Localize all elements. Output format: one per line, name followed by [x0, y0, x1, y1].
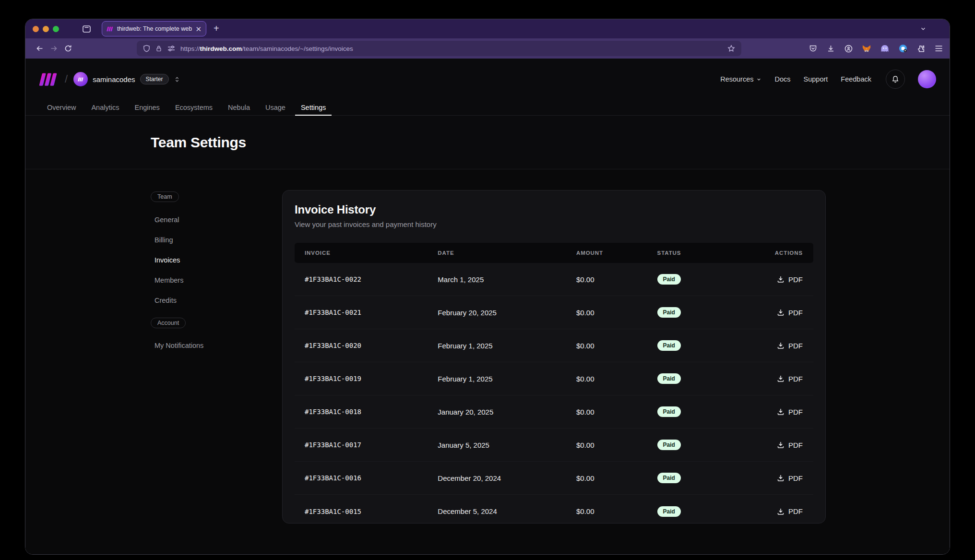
phantom-icon[interactable] [880, 45, 889, 53]
invoice-date: January 5, 2025 [438, 441, 576, 449]
column-header-actions: ACTIONS [750, 250, 813, 256]
table-row: #1F33BA1C-0017 January 5, 2025 $0.00 Pai… [295, 429, 813, 462]
invoice-date: February 1, 2025 [438, 375, 576, 383]
thirdweb-dashboard-page: / saminacodes Starter Resources [25, 59, 950, 554]
url-text: https://thirdweb.com/team/saminacodes/~/… [180, 45, 722, 52]
status-badge: Paid [657, 506, 681, 517]
tab-close-icon[interactable]: ✕ [195, 25, 202, 33]
table-row: #1F33BA1C-0015 December 5, 2024 $0.00 Pa… [295, 495, 813, 524]
breadcrumb-separator: / [65, 73, 68, 85]
settings-content: Team General Billing Invoices Members Cr… [25, 169, 950, 554]
status-badge: Paid [657, 406, 681, 417]
extension-toolbar [809, 44, 943, 53]
invoice-amount: $0.00 [576, 441, 657, 449]
card-title: Invoice History [295, 203, 813, 216]
tab-analytics[interactable]: Analytics [91, 100, 119, 115]
tab-ecosystems[interactable]: Ecosystems [175, 100, 213, 115]
downloads-icon[interactable] [827, 45, 835, 52]
forward-icon[interactable] [47, 45, 61, 52]
invoice-history-card: Invoice History View your past invoices … [282, 190, 826, 524]
reload-icon[interactable] [61, 45, 75, 52]
menu-hamburger-icon[interactable] [935, 45, 943, 52]
team-switcher-chevrons-icon [174, 76, 180, 83]
invoice-id: #1F33BA1C-0022 [295, 275, 438, 283]
download-icon [777, 508, 785, 515]
thirdweb-logo[interactable] [39, 73, 59, 86]
browser-tab[interactable]: thirdweb: The complete web3 d ✕ [102, 21, 206, 36]
sidebar-section-account: Account [151, 318, 186, 328]
tab-settings[interactable]: Settings [301, 100, 326, 115]
dashboard-nav-tabs: Overview Analytics Engines Ecosystems Ne… [25, 100, 950, 116]
sidebar-item-general[interactable]: General [151, 210, 251, 230]
team-avatar [73, 72, 88, 86]
sidebar-item-invoices[interactable]: Invoices [151, 250, 251, 270]
sidebar-item-members[interactable]: Members [151, 270, 251, 290]
download-pdf-button[interactable]: PDF [750, 408, 803, 416]
invoice-amount: $0.00 [576, 342, 657, 350]
download-icon [777, 309, 785, 316]
lock-icon[interactable] [155, 45, 162, 52]
invoice-amount: $0.00 [576, 507, 657, 515]
feedback-link[interactable]: Feedback [841, 75, 871, 83]
resources-menu[interactable]: Resources [720, 75, 761, 83]
download-icon [777, 342, 785, 349]
invoice-date: March 1, 2025 [438, 275, 576, 284]
user-avatar[interactable] [918, 70, 936, 88]
status-badge: Paid [657, 307, 681, 318]
sidebar-item-credits[interactable]: Credits [151, 290, 251, 310]
tab-engines[interactable]: Engines [134, 100, 159, 115]
docs-link[interactable]: Docs [774, 75, 790, 83]
download-pdf-button[interactable]: PDF [750, 342, 803, 350]
pocket-icon[interactable] [809, 45, 817, 52]
notifications-button[interactable] [886, 70, 905, 89]
sidebar-item-my-notifications[interactable]: My Notifications [151, 335, 251, 356]
download-pdf-button[interactable]: PDF [750, 507, 803, 515]
chevron-down-icon [756, 77, 761, 82]
status-badge: Paid [657, 440, 681, 450]
url-bar[interactable]: https://thirdweb.com/team/saminacodes/~/… [137, 41, 741, 56]
invoice-amount: $0.00 [576, 474, 657, 482]
table-row: #1F33BA1C-0021 February 20, 2025 $0.00 P… [295, 296, 813, 329]
invoice-date: February 20, 2025 [438, 309, 576, 317]
download-pdf-button[interactable]: PDF [750, 309, 803, 317]
minimize-window-button[interactable] [43, 26, 49, 32]
close-window-button[interactable] [33, 26, 39, 32]
bookmark-star-icon[interactable] [727, 45, 735, 52]
wallet-icon[interactable] [899, 44, 907, 53]
download-pdf-button[interactable]: PDF [750, 275, 803, 284]
download-pdf-button[interactable]: PDF [750, 441, 803, 449]
back-icon[interactable] [32, 45, 47, 52]
zoom-window-button[interactable] [53, 26, 59, 32]
download-pdf-button[interactable]: PDF [750, 474, 803, 482]
tab-overview[interactable]: Overview [47, 100, 76, 115]
invoice-id: #1F33BA1C-0015 [295, 508, 438, 515]
metamask-icon[interactable] [862, 45, 871, 53]
page-title: Team Settings [151, 134, 246, 151]
invoice-amount: $0.00 [576, 375, 657, 383]
account-icon[interactable] [844, 45, 853, 53]
invoice-id: #1F33BA1C-0018 [295, 408, 438, 416]
firefox-view-icon[interactable] [83, 25, 91, 33]
tracking-protection-shield-icon[interactable] [143, 45, 150, 52]
card-subtitle: View your past invoices and payment hist… [295, 220, 813, 228]
invoice-amount: $0.00 [576, 408, 657, 416]
table-row: #1F33BA1C-0018 January 20, 2025 $0.00 Pa… [295, 395, 813, 429]
tab-usage[interactable]: Usage [265, 100, 285, 115]
invoice-date: December 20, 2024 [438, 474, 576, 482]
table-row: #1F33BA1C-0016 December 20, 2024 $0.00 P… [295, 462, 813, 495]
extensions-puzzle-icon[interactable] [917, 45, 925, 53]
column-header-amount: AMOUNT [576, 250, 657, 256]
new-tab-button[interactable]: + [214, 23, 219, 34]
download-pdf-button[interactable]: PDF [750, 375, 803, 383]
sidebar-section-team: Team [151, 191, 179, 202]
table-row: #1F33BA1C-0019 February 1, 2025 $0.00 Pa… [295, 362, 813, 395]
team-switcher[interactable]: saminacodes Starter [73, 72, 180, 86]
browser-window: thirdweb: The complete web3 d ✕ + [25, 19, 950, 555]
sidebar-item-billing[interactable]: Billing [151, 230, 251, 250]
tab-nebula[interactable]: Nebula [228, 100, 250, 115]
tab-title: thirdweb: The complete web3 d [117, 25, 192, 32]
permissions-sliders-icon[interactable] [167, 45, 175, 52]
invoice-id: #1F33BA1C-0016 [295, 474, 438, 482]
support-link[interactable]: Support [804, 75, 828, 83]
tab-list-chevron-down-icon[interactable] [920, 25, 927, 32]
